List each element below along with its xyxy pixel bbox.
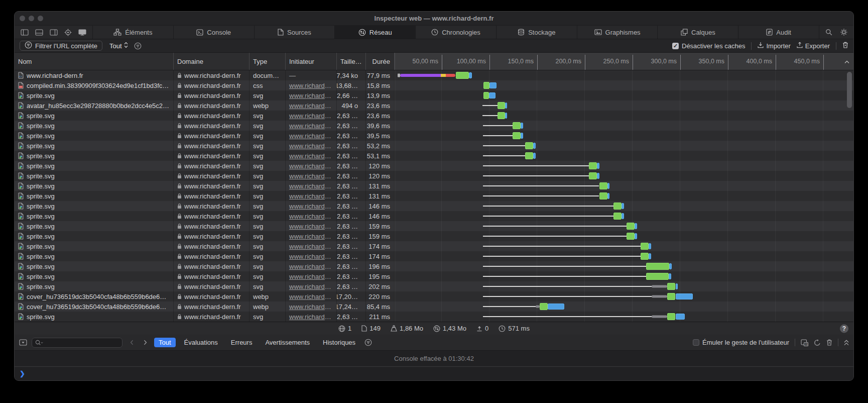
table-row[interactable]: sprite.svgwww.richard-dern.frsvgwww.rich…	[15, 111, 853, 121]
table-row[interactable]: sprite.svgwww.richard-dern.frsvgwww.rich…	[15, 181, 853, 191]
column-header-size[interactable]: Taille…	[337, 53, 366, 70]
initiator-link[interactable]: www.richard-d…	[289, 283, 333, 290]
help-button[interactable]: ?	[840, 324, 848, 333]
console-collapse-icon[interactable]	[19, 339, 27, 346]
console-prompt[interactable]: ❯	[15, 367, 853, 380]
table-row[interactable]: sprite.svgwww.richard-dern.frsvgwww.rich…	[15, 211, 853, 221]
scroll-up-icon[interactable]	[844, 58, 849, 65]
table-row[interactable]: sprite.svgwww.richard-dern.frsvgwww.rich…	[15, 271, 853, 281]
console-filter-erreurs[interactable]: Erreurs	[226, 338, 257, 347]
js-context-icon[interactable]: JS	[801, 339, 808, 346]
tab-sources[interactable]: Sources	[255, 26, 335, 39]
export-button[interactable]: Exporter	[797, 42, 830, 50]
table-row[interactable]: avatar_hu85ecc3e298728880b0bde2dcc4e5c23…	[15, 100, 853, 111]
initiator-link[interactable]: www.richard-d…	[289, 223, 333, 230]
initiator-link[interactable]: www.richard-d…	[289, 132, 333, 140]
filter-options-icon[interactable]	[134, 42, 142, 50]
disable-caches-checkbox[interactable]: ✓ Désactiver les caches	[672, 42, 745, 50]
table-row[interactable]: sprite.svgwww.richard-dern.frsvgwww.rich…	[15, 221, 853, 231]
minimize-button[interactable]	[29, 16, 34, 21]
initiator-link[interactable]: www.richard-d…	[289, 122, 333, 130]
initiator-link[interactable]: www.richard-d…	[289, 182, 333, 190]
collapse-chevrons-icon[interactable]	[844, 340, 849, 346]
import-button[interactable]: Importer	[758, 42, 790, 50]
tab-stockage[interactable]: Stockage	[497, 26, 577, 39]
initiator-link[interactable]: www.richard-d…	[289, 92, 333, 99]
initiator-link[interactable]: www.richard-d…	[289, 203, 333, 210]
scope-popup[interactable]: Tout	[109, 42, 128, 50]
table-row[interactable]: sprite.svgwww.richard-dern.frsvgwww.rich…	[15, 171, 853, 181]
table-row[interactable]: www.richard-dern.frwww.richard-dern.frdo…	[15, 70, 853, 80]
table-row[interactable]: sprite.svgwww.richard-dern.frsvgwww.rich…	[15, 312, 853, 322]
table-row[interactable]: sprite.svgwww.richard-dern.frsvgwww.rich…	[15, 261, 853, 271]
console-filter-avertissements[interactable]: Avertissements	[261, 338, 314, 347]
initiator-link[interactable]: www.richard-d…	[289, 192, 333, 200]
gear-icon[interactable]	[837, 26, 850, 39]
initiator-link[interactable]: www.richard-d…	[289, 213, 333, 220]
reload-icon[interactable]	[814, 339, 821, 346]
initiator-link[interactable]: www.richard-d…	[289, 112, 333, 120]
initiator-link[interactable]: www.richard-d…	[289, 313, 333, 321]
table-row[interactable]: sprite.svgwww.richard-dern.frsvgwww.rich…	[15, 201, 853, 211]
scrollbar-thumb[interactable]	[847, 72, 852, 108]
initiator-link[interactable]: www.richard-d…	[289, 273, 333, 280]
tab-chronologies[interactable]: Chronologies	[416, 26, 497, 39]
column-header-name[interactable]: Nom	[15, 53, 174, 70]
initiator-link[interactable]: www.richard-d…	[289, 263, 333, 270]
element-picker-icon[interactable]	[64, 29, 72, 36]
table-row[interactable]: cover_hu736519dc3b5040cfa48b6b559b6de6ec…	[15, 291, 853, 301]
column-header-type[interactable]: Type	[250, 53, 286, 70]
table-row[interactable]: cover_hu736519dc3b5040cfa48b6b559b6de6ec…	[15, 301, 853, 312]
table-row[interactable]: sprite.svgwww.richard-dern.frsvgwww.rich…	[15, 191, 853, 201]
clear-console-trash-icon[interactable]	[826, 339, 832, 346]
table-row[interactable]: sprite.svgwww.richard-dern.frsvgwww.rich…	[15, 241, 853, 251]
initiator-link[interactable]: www.richard-d…	[289, 172, 333, 180]
console-filter-evaluations[interactable]: Évaluations	[180, 338, 222, 347]
initiator-link[interactable]: www.richard-d…	[289, 102, 333, 110]
table-row[interactable]: sprite.svgwww.richard-dern.frsvgwww.rich…	[15, 161, 853, 171]
initiator-link[interactable]: www.richard-d…	[289, 82, 333, 89]
initiator-link[interactable]: www.richard-d…	[289, 243, 333, 250]
console-search-input[interactable]	[32, 338, 122, 348]
search-icon[interactable]	[822, 26, 835, 39]
table-row[interactable]: sprite.svgwww.richard-dern.frsvgwww.rich…	[15, 281, 853, 291]
device-icon[interactable]	[78, 29, 86, 36]
initiator-link[interactable]: www.richard-d…	[289, 233, 333, 240]
initiator-link[interactable]: www.richard-d…	[289, 162, 333, 170]
tab-calques[interactable]: Calques	[658, 26, 738, 39]
column-header-domain[interactable]: Domaine	[174, 53, 250, 70]
table-row[interactable]: sprite.svgwww.richard-dern.frsvgwww.rich…	[15, 90, 853, 100]
table-row[interactable]: csscompiled.min.38390909f303624ed9e1cf1b…	[15, 80, 853, 90]
zoom-button[interactable]	[38, 16, 43, 21]
table-row[interactable]: sprite.svgwww.richard-dern.frsvgwww.rich…	[15, 141, 853, 151]
dock-bottom-icon[interactable]	[35, 29, 43, 36]
console-filter-options-icon[interactable]	[364, 339, 372, 346]
console-filter-historiques[interactable]: Historiques	[318, 338, 360, 347]
filter-url-button[interactable]: Filtrer l'URL complète	[20, 41, 102, 51]
column-header-initiator[interactable]: Initiateur	[286, 53, 337, 70]
tab-audit[interactable]: Audit	[738, 26, 819, 39]
table-row[interactable]: sprite.svgwww.richard-dern.frsvgwww.rich…	[15, 151, 853, 161]
tab-reseau[interactable]: Réseau	[335, 26, 416, 39]
initiator-link[interactable]: www.richard-d…	[289, 253, 333, 260]
find-previous-icon[interactable]	[127, 340, 136, 345]
clear-network-trash-icon[interactable]	[842, 42, 848, 50]
tab-console[interactable]: Console	[174, 26, 255, 39]
initiator-link[interactable]: www.richard-d…	[289, 303, 333, 311]
tab-elements[interactable]: Éléments	[93, 26, 174, 39]
dock-right-icon[interactable]	[50, 29, 58, 36]
initiator-link[interactable]: www.richard-d…	[289, 152, 333, 160]
close-button[interactable]	[20, 16, 25, 21]
dock-left-icon[interactable]	[21, 29, 29, 36]
tab-graphismes[interactable]: Graphismes	[577, 26, 658, 39]
find-next-icon[interactable]	[141, 340, 150, 345]
table-row[interactable]: sprite.svgwww.richard-dern.frsvgwww.rich…	[15, 131, 853, 141]
column-header-duration[interactable]: Durée	[366, 53, 395, 70]
initiator-link[interactable]: www.richard-d…	[289, 142, 333, 150]
console-filter-tout[interactable]: Tout	[154, 338, 176, 347]
table-row[interactable]: sprite.svgwww.richard-dern.frsvgwww.rich…	[15, 121, 853, 131]
emulate-user-gesture-checkbox[interactable]: Émuler le geste de l'utilisateur	[693, 339, 789, 346]
initiator-link[interactable]: www.richard-d…	[289, 293, 333, 300]
table-row[interactable]: sprite.svgwww.richard-dern.frsvgwww.rich…	[15, 251, 853, 261]
table-row[interactable]: sprite.svgwww.richard-dern.frsvgwww.rich…	[15, 231, 853, 241]
